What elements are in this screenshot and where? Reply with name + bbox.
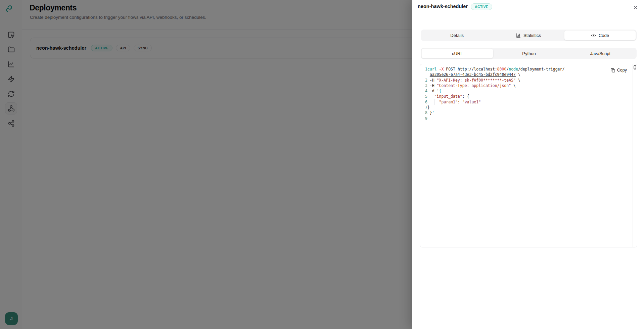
scrollbar-thumb[interactable] <box>634 65 636 69</box>
copy-icon <box>611 68 615 73</box>
deployment-detail-panel: neon-hawk-scheduler ACTIVE Details Stati… <box>412 0 644 329</box>
code-line: 8 }' <box>423 110 624 115</box>
tab-curl-label: cURL <box>452 51 463 56</box>
language-tabs: cURL Python JavaScript <box>421 48 637 59</box>
tab-code[interactable]: Code <box>564 30 636 40</box>
chart-column-icon <box>516 33 521 38</box>
copy-button[interactable]: Copy <box>611 68 627 73</box>
tab-javascript-label: JavaScript <box>590 51 610 56</box>
tab-statistics-label: Statistics <box>523 33 541 38</box>
code-scrollbar <box>633 64 637 247</box>
code-line: 6 "param1": "value1" <box>423 99 624 105</box>
panel-title: neon-hawk-scheduler <box>418 4 468 9</box>
code-line: 4 -d '{ <box>423 88 624 94</box>
code-line: 5 "input_data": { <box>423 94 624 99</box>
close-button[interactable] <box>631 3 639 11</box>
tab-details-label: Details <box>450 33 464 38</box>
tab-statistics[interactable]: Statistics <box>493 30 564 40</box>
code-line: 7} <box>423 105 624 110</box>
code-line: aa205e26-67a4-43e3-bc45-bd2fc940e944/ \ <box>423 72 624 77</box>
tab-code-label: Code <box>599 33 609 38</box>
close-icon <box>633 5 638 10</box>
code-line: 3 -H "Content-Type: application/json" \ <box>423 83 624 88</box>
tab-javascript[interactable]: JavaScript <box>565 48 636 58</box>
code-block: 1curl -X POST http://localhost:8000/node… <box>420 64 637 247</box>
tab-details[interactable]: Details <box>421 30 493 40</box>
copy-button-label: Copy <box>617 68 627 73</box>
tab-curl[interactable]: cURL <box>421 48 493 58</box>
panel-tabs: Details Statistics Code <box>421 30 637 41</box>
code-lines: 1curl -X POST http://localhost:8000/node… <box>423 66 624 121</box>
panel-status-badge: ACTIVE <box>471 3 492 10</box>
code-line: 1curl -X POST http://localhost:8000/node… <box>423 66 624 72</box>
code-line: 2 -H "X-API-Key: sk-fAf00********-teAS" … <box>423 78 624 83</box>
tab-python[interactable]: Python <box>493 48 564 58</box>
code-icon <box>591 33 596 38</box>
tab-python-label: Python <box>522 51 536 56</box>
code-line: 9 <box>423 116 624 121</box>
